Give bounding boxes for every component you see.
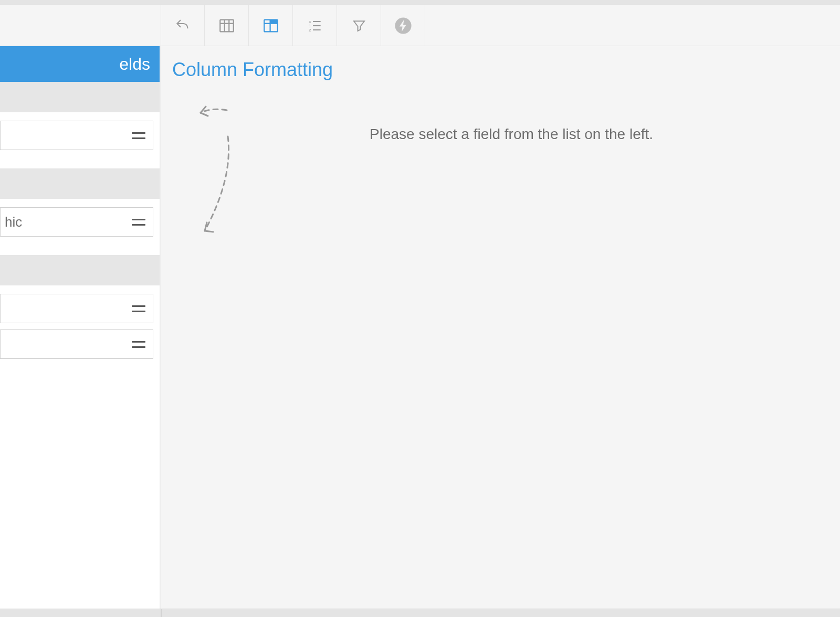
field-item[interactable] [0,294,153,323]
drag-handle-icon[interactable] [132,305,145,312]
sidebar-title: elds [0,46,160,82]
drag-handle-icon[interactable] [132,132,145,139]
list-sort-button[interactable]: × 1 2 [293,5,337,46]
window-top-edge [0,0,840,5]
toolbar: × 1 2 [0,5,840,46]
drag-handle-icon[interactable] [132,341,145,348]
empty-state-message: Please select a field from the list on t… [370,126,653,143]
main-panel: Column Formatting Please select a field … [161,46,840,609]
sidebar-group-header-1 [0,168,160,199]
panel-title: Column Formatting [172,59,828,81]
field-item[interactable]: hic [0,207,153,237]
field-item[interactable] [0,121,153,150]
fields-sidebar: elds hic [0,46,161,609]
bolt-icon [394,17,412,35]
table-icon [218,17,236,35]
sidebar-group-header-0 [0,82,160,112]
list-sort-icon: × 1 2 [307,17,323,34]
undo-icon [174,17,191,34]
svg-text:2: 2 [309,27,311,32]
column-formatting-button[interactable] [249,5,293,46]
svg-rect-0 [220,19,234,31]
window-bottom-edge [0,609,840,617]
column-formatting-icon [262,17,280,35]
drag-handle-icon[interactable] [132,219,145,226]
filter-button[interactable] [337,5,381,46]
field-item[interactable] [0,329,153,359]
hint-arrow-icon [190,100,243,247]
sidebar-group-header-2 [0,255,160,285]
table-layout-button[interactable] [205,5,249,46]
bolt-button[interactable] [381,5,425,46]
svg-rect-7 [270,19,277,23]
field-item-label: hic [5,214,22,230]
sidebar-title-text: elds [119,55,150,74]
undo-button[interactable] [161,5,205,46]
filter-icon [351,18,367,34]
